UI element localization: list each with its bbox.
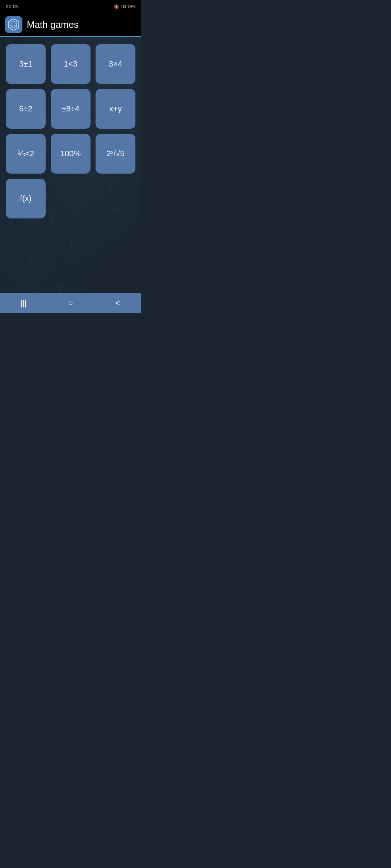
back-button[interactable]: < xyxy=(107,297,129,310)
signal-label: 4G xyxy=(121,4,126,9)
recent-apps-button[interactable]: ||| xyxy=(13,297,34,310)
card-percent-label: 100% xyxy=(60,149,81,158)
card-less-than-card[interactable]: 1<3 xyxy=(51,44,91,84)
svg-marker-1 xyxy=(11,21,17,28)
card-multiply-card[interactable]: 3×4 xyxy=(96,44,135,84)
app-header: 7 11 2 5 4 3 Math games xyxy=(0,13,141,37)
game-grid: 3±11<33×46÷2±8÷4x+y⅓<2100%2²/√5f(x) xyxy=(6,44,135,218)
card-divide-label: 6÷2 xyxy=(19,104,33,114)
card-multiply-label: 3×4 xyxy=(109,59,122,69)
app-icon: 7 11 2 5 4 3 xyxy=(5,16,22,33)
card-plus-minus-card[interactable]: 3±1 xyxy=(6,44,46,84)
home-button[interactable]: ○ xyxy=(60,297,81,310)
svg-text:2 5 4 3: 2 5 4 3 xyxy=(11,25,17,27)
card-algebra-card[interactable]: x+y xyxy=(96,89,135,129)
svg-text:7 11: 7 11 xyxy=(12,22,16,25)
nav-bar: ||| ○ < xyxy=(0,293,141,313)
card-less-than-label: 1<3 xyxy=(64,59,77,69)
svg-marker-0 xyxy=(9,19,19,30)
app-title: Math games xyxy=(27,19,79,30)
card-power-root-label: 2²/√5 xyxy=(106,149,125,158)
mute-icon: 🔇 xyxy=(114,4,119,9)
card-plus-minus-label: 3±1 xyxy=(19,59,33,69)
card-fraction-card[interactable]: ⅓<2 xyxy=(6,134,46,174)
card-function-label: f(x) xyxy=(20,194,31,203)
status-bar: 20:05 🔇 4G 79% xyxy=(0,0,141,13)
card-divide-card[interactable]: 6÷2 xyxy=(6,89,46,129)
status-icons: 🔇 4G 79% xyxy=(114,4,135,9)
status-time: 20:05 xyxy=(6,4,18,9)
card-percent-card[interactable]: 100% xyxy=(51,134,91,174)
card-pm-divide-card[interactable]: ±8÷4 xyxy=(51,89,91,129)
card-power-root-card[interactable]: 2²/√5 xyxy=(96,134,135,174)
card-algebra-label: x+y xyxy=(109,104,122,114)
battery-label: 79% xyxy=(127,4,135,9)
main-content: 3±11<33×46÷2±8÷4x+y⅓<2100%2²/√5f(x) xyxy=(0,37,141,293)
card-fraction-label: ⅓<2 xyxy=(17,149,34,158)
card-function-card[interactable]: f(x) xyxy=(6,179,46,218)
card-pm-divide-label: ±8÷4 xyxy=(62,104,80,114)
